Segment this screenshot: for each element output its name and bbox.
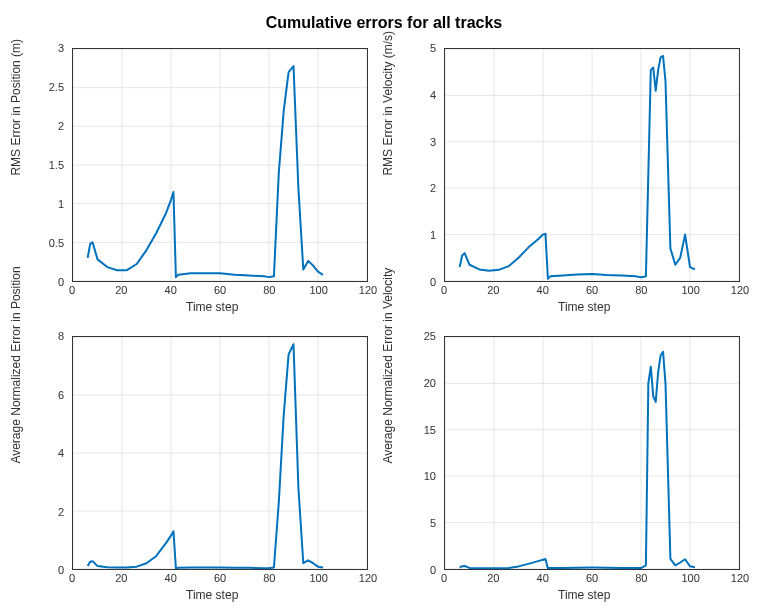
subplot-grid: RMS Error in Position (m) 02040608010012… xyxy=(0,32,768,612)
yticks-2: 02468 xyxy=(12,336,68,570)
line-1 xyxy=(460,56,695,279)
xticks-0: 020406080100120 xyxy=(72,284,368,298)
axes-3 xyxy=(444,336,740,570)
line-3 xyxy=(460,352,695,569)
grid-2 xyxy=(73,337,367,569)
grid-0 xyxy=(73,49,367,281)
xlabel-1: Time step xyxy=(558,300,610,314)
subplot-2: Average Normalized Error in Position 020… xyxy=(12,328,376,602)
xlabel-2: Time step xyxy=(186,588,238,602)
xticks-3: 020406080100120 xyxy=(444,572,740,586)
xlabel-3: Time step xyxy=(558,588,610,602)
yticks-0: 00.511.522.53 xyxy=(12,48,68,282)
axes-2 xyxy=(72,336,368,570)
subplot-1: RMS Error in Velocity (m/s) 020406080100… xyxy=(384,40,748,314)
subplot-0: RMS Error in Position (m) 02040608010012… xyxy=(12,40,376,314)
axes-1 xyxy=(444,48,740,282)
line-2 xyxy=(88,344,323,568)
grid-1 xyxy=(445,49,739,281)
figure-title: Cumulative errors for all tracks xyxy=(0,0,768,32)
yticks-3: 0510152025 xyxy=(384,336,440,570)
yticks-1: 012345 xyxy=(384,48,440,282)
subplot-3: Average Normalized Error in Velocity 020… xyxy=(384,328,748,602)
axes-0 xyxy=(72,48,368,282)
xticks-1: 020406080100120 xyxy=(444,284,740,298)
xlabel-0: Time step xyxy=(186,300,238,314)
line-0 xyxy=(88,66,323,277)
xticks-2: 020406080100120 xyxy=(72,572,368,586)
grid-3 xyxy=(445,337,739,569)
